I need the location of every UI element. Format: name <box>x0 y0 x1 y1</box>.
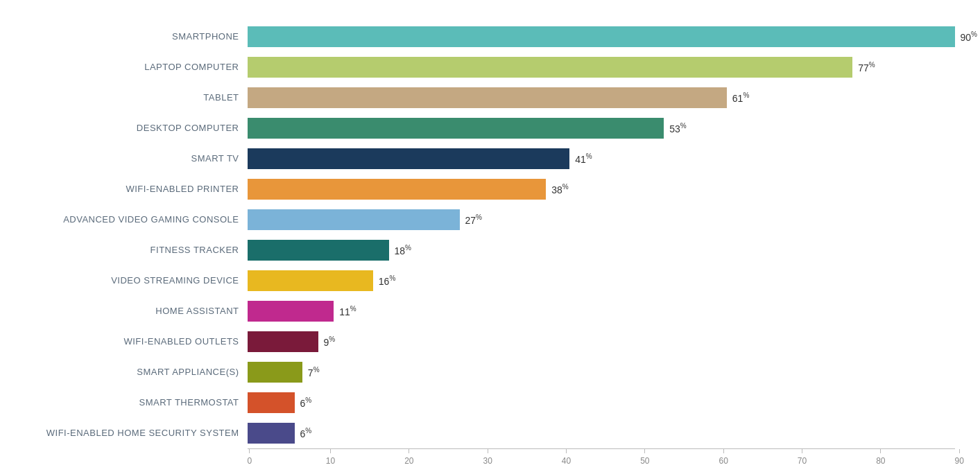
x-tick-label: 30 <box>483 456 492 466</box>
bar-label: HOME ASSISTANT <box>26 306 248 316</box>
bar-track: 11% <box>248 301 955 322</box>
bar-row: DESKTOP COMPUTER53% <box>26 113 955 143</box>
bar-label: FITNESS TRACKER <box>26 245 248 255</box>
bar-track: 9% <box>248 331 955 352</box>
bar-row: WIFI-ENABLED PRINTER38% <box>26 174 955 204</box>
bar-row: SMART THERMOSTAT6% <box>26 387 955 418</box>
x-tick-label: 60 <box>719 456 728 466</box>
x-tick: 70 <box>798 449 807 466</box>
bar-fill <box>248 331 318 352</box>
bar-track: 90% <box>248 26 977 47</box>
bar-label: SMART TV <box>26 153 248 164</box>
bar-fill <box>248 26 955 47</box>
bar-fill <box>248 392 295 413</box>
chart-container: SMARTPHONE90%LAPTOP COMPUTER77%TABLET61%… <box>12 8 969 465</box>
bar-row: SMART APPLIANCE(S)7% <box>26 357 955 387</box>
x-axis: 0102030405060708090 <box>248 448 955 473</box>
bar-value: 9% <box>324 335 336 348</box>
x-tick: 0 <box>248 449 252 466</box>
x-tick-label: 40 <box>562 456 571 466</box>
bar-label: ADVANCED VIDEO GAMING CONSOLE <box>26 214 248 225</box>
x-tick-line <box>249 449 250 453</box>
x-tick-label: 70 <box>798 456 807 466</box>
bar-value: 41% <box>575 152 592 165</box>
bar-fill <box>248 87 727 108</box>
bar-track: 18% <box>248 240 955 261</box>
bar-fill <box>248 179 547 200</box>
bar-label: SMART THERMOSTAT <box>26 397 248 408</box>
bar-row: HOME ASSISTANT11% <box>26 296 955 326</box>
bar-value: 16% <box>379 274 395 287</box>
bar-track: 7% <box>248 362 955 383</box>
bar-label: WIFI-ENABLED PRINTER <box>26 184 248 194</box>
x-tick-line <box>409 449 409 453</box>
bar-value: 6% <box>300 427 312 439</box>
x-tick: 20 <box>404 449 413 466</box>
bar-track: 27% <box>248 209 955 230</box>
bar-value: 77% <box>858 61 875 73</box>
x-tick: 50 <box>640 449 649 466</box>
bar-track: 6% <box>248 392 955 413</box>
bar-value: 11% <box>339 305 356 317</box>
bar-row: WIFI-ENABLED HOME SECURITY SYSTEM6% <box>26 418 955 448</box>
bar-row: SMART TV41% <box>26 143 955 174</box>
x-tick-label: 20 <box>404 456 413 466</box>
bar-value: 90% <box>961 30 977 43</box>
bar-fill <box>248 362 302 383</box>
x-tick: 10 <box>326 449 335 466</box>
x-tick-line <box>959 449 960 453</box>
x-tick-line <box>723 449 724 453</box>
bar-track: 16% <box>248 270 955 291</box>
bar-value: 7% <box>308 366 320 378</box>
bar-value: 38% <box>551 183 568 195</box>
bar-track: 41% <box>248 148 955 169</box>
x-tick-label: 0 <box>248 456 252 466</box>
x-tick-label: 10 <box>326 456 335 466</box>
bar-track: 38% <box>248 179 955 200</box>
x-tick: 80 <box>876 449 885 466</box>
bar-value: 53% <box>669 122 686 134</box>
bar-label: LAPTOP COMPUTER <box>26 62 248 72</box>
bar-value: 27% <box>465 213 482 226</box>
bar-fill <box>248 148 570 169</box>
x-tick-line <box>802 449 802 453</box>
x-tick-label: 90 <box>955 456 964 466</box>
x-tick: 30 <box>483 449 492 466</box>
bar-fill <box>248 240 389 261</box>
bar-row: WIFI-ENABLED OUTLETS9% <box>26 326 955 357</box>
bar-value: 6% <box>300 396 312 409</box>
bar-label: TABLET <box>26 92 248 103</box>
x-tick-label: 80 <box>876 456 885 466</box>
bar-fill <box>248 209 460 230</box>
bar-fill <box>248 270 373 291</box>
x-tick-line <box>644 449 645 453</box>
x-tick-line <box>330 449 331 453</box>
bars-area: SMARTPHONE90%LAPTOP COMPUTER77%TABLET61%… <box>26 21 955 448</box>
bar-row: SMARTPHONE90% <box>26 21 955 52</box>
bar-track: 6% <box>248 423 955 444</box>
x-tick-line <box>566 449 567 453</box>
x-tick-line <box>488 449 488 453</box>
bar-fill <box>248 423 295 444</box>
bar-row: VIDEO STREAMING DEVICE16% <box>26 265 955 296</box>
x-tick: 40 <box>562 449 571 466</box>
bar-label: WIFI-ENABLED OUTLETS <box>26 336 248 347</box>
bar-row: LAPTOP COMPUTER77% <box>26 52 955 82</box>
bar-label: DESKTOP COMPUTER <box>26 123 248 133</box>
bar-label: VIDEO STREAMING DEVICE <box>26 275 248 286</box>
x-tick: 90 <box>955 449 964 466</box>
bar-track: 77% <box>248 57 955 78</box>
bar-label: SMART APPLIANCE(S) <box>26 367 248 377</box>
bar-label: WIFI-ENABLED HOME SECURITY SYSTEM <box>26 428 248 438</box>
bar-track: 53% <box>248 118 955 139</box>
bar-value: 61% <box>732 91 749 104</box>
bar-fill <box>248 57 853 78</box>
bar-row: FITNESS TRACKER18% <box>26 235 955 265</box>
bar-value: 18% <box>395 244 411 256</box>
bar-label: SMARTPHONE <box>26 31 248 42</box>
bar-row: TABLET61% <box>26 82 955 113</box>
bar-row: ADVANCED VIDEO GAMING CONSOLE27% <box>26 204 955 235</box>
x-tick-label: 50 <box>640 456 649 466</box>
bar-fill <box>248 301 334 322</box>
bar-track: 61% <box>248 87 955 108</box>
